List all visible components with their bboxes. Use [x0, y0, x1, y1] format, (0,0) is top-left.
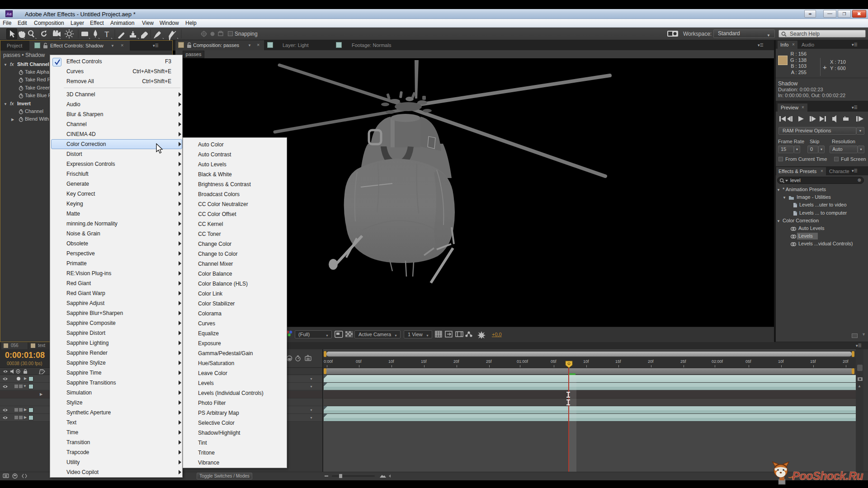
svg-text:PooShock.Ru: PooShock.Ru	[792, 469, 863, 482]
svg-text:T: T	[104, 30, 109, 39]
